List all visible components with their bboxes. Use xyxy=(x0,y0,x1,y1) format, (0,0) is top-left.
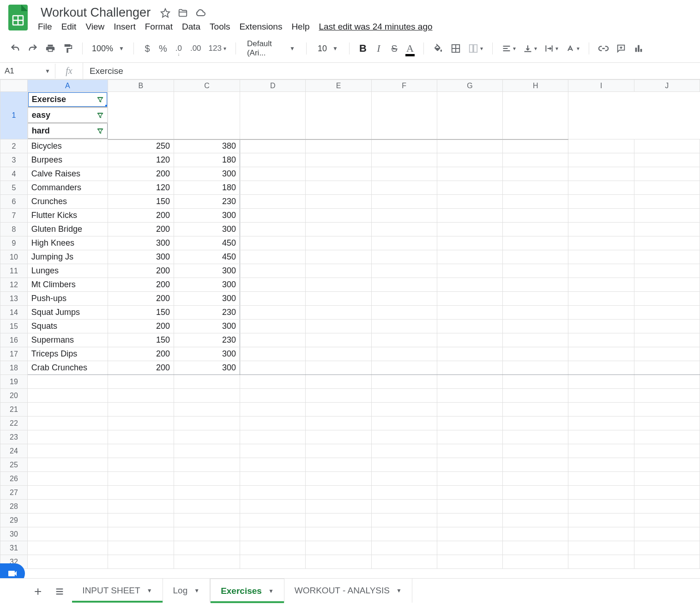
cell-J23[interactable] xyxy=(634,430,700,444)
cell-A13[interactable]: Push-ups xyxy=(27,292,108,306)
cell-B2[interactable]: 250 xyxy=(108,139,174,153)
cell-J24[interactable] xyxy=(634,444,700,458)
text-color-button[interactable]: A xyxy=(404,41,416,56)
cell-J8[interactable] xyxy=(634,223,700,236)
cell-D13[interactable] xyxy=(240,292,306,306)
cell-E8[interactable] xyxy=(306,223,371,236)
fill-color-icon[interactable] xyxy=(431,41,445,56)
cell-I7[interactable] xyxy=(568,209,634,223)
cell-F10[interactable] xyxy=(371,250,437,264)
column-header-G[interactable]: G xyxy=(437,80,502,92)
cell-H23[interactable] xyxy=(503,430,568,444)
cell-D22[interactable] xyxy=(240,417,306,430)
cell-I17[interactable] xyxy=(568,347,634,361)
column-header-A[interactable]: A xyxy=(27,80,108,92)
filter-icon[interactable] xyxy=(96,96,104,104)
cell-G12[interactable] xyxy=(437,278,502,292)
cell-G20[interactable] xyxy=(437,389,502,403)
cell-F9[interactable] xyxy=(371,236,437,250)
cell-G2[interactable] xyxy=(437,139,502,153)
cell-H19[interactable] xyxy=(503,375,568,389)
cell-D5[interactable] xyxy=(240,181,306,195)
cell-H25[interactable] xyxy=(503,458,568,472)
cell-I27[interactable] xyxy=(568,486,634,500)
cell-H12[interactable] xyxy=(503,278,568,292)
strikethrough-button[interactable]: S xyxy=(388,41,400,56)
cell-G11[interactable] xyxy=(437,264,502,278)
filter-icon[interactable] xyxy=(96,111,104,120)
cell-G13[interactable] xyxy=(437,292,502,306)
cell-A7[interactable]: Flutter Kicks xyxy=(27,209,108,223)
cell-I18[interactable] xyxy=(568,361,634,375)
cell-B21[interactable] xyxy=(108,403,174,417)
cell-H15[interactable] xyxy=(503,320,568,333)
cell-E23[interactable] xyxy=(306,430,371,444)
cell-E1[interactable] xyxy=(174,92,240,139)
cell-I20[interactable] xyxy=(568,389,634,403)
cell-H17[interactable] xyxy=(503,347,568,361)
cell-F3[interactable] xyxy=(371,153,437,167)
undo-icon[interactable] xyxy=(8,41,22,56)
cell-G25[interactable] xyxy=(437,458,502,472)
cell-H32[interactable] xyxy=(503,555,568,569)
cell-F2[interactable] xyxy=(371,139,437,153)
cell-J9[interactable] xyxy=(634,236,700,250)
cell-J11[interactable] xyxy=(634,264,700,278)
cell-E9[interactable] xyxy=(306,236,371,250)
row-header-11[interactable]: 11 xyxy=(0,264,28,278)
cell-C12[interactable]: 300 xyxy=(174,278,240,292)
cell-C15[interactable]: 300 xyxy=(174,320,240,333)
cell-C5[interactable]: 180 xyxy=(174,181,240,195)
cell-J32[interactable] xyxy=(634,555,700,569)
cell-G22[interactable] xyxy=(437,417,502,430)
row-header-13[interactable]: 13 xyxy=(0,292,28,306)
cell-E20[interactable] xyxy=(306,389,371,403)
row-header-12[interactable]: 12 xyxy=(0,278,28,292)
cell-C6[interactable]: 230 xyxy=(174,195,240,209)
cell-J29[interactable] xyxy=(634,513,700,527)
cell-A10[interactable]: Jumping Js xyxy=(27,250,108,264)
cell-D12[interactable] xyxy=(240,278,306,292)
cell-I24[interactable] xyxy=(568,444,634,458)
cell-I6[interactable] xyxy=(568,195,634,209)
cell-I19[interactable] xyxy=(568,375,634,389)
row-header-25[interactable]: 25 xyxy=(0,458,28,472)
cell-E22[interactable] xyxy=(306,417,371,430)
cell-I9[interactable] xyxy=(568,236,634,250)
cell-G26[interactable] xyxy=(437,472,502,486)
cell-E4[interactable] xyxy=(306,167,371,181)
cell-F28[interactable] xyxy=(371,500,437,513)
cell-B13[interactable]: 200 xyxy=(108,292,174,306)
horizontal-align-dropdown[interactable]: ▾ xyxy=(500,41,518,56)
cell-I25[interactable] xyxy=(568,458,634,472)
cell-A29[interactable] xyxy=(27,513,108,527)
cell-B31[interactable] xyxy=(108,541,174,555)
decrease-decimal-button[interactable]: .0↓ xyxy=(173,41,185,56)
menu-extensions[interactable]: Extensions xyxy=(239,22,282,32)
column-header-B[interactable]: B xyxy=(108,80,174,92)
cell-I4[interactable] xyxy=(568,167,634,181)
name-box[interactable]: A1▼ xyxy=(0,64,55,79)
cell-A27[interactable] xyxy=(27,486,108,500)
cell-G14[interactable] xyxy=(437,306,502,320)
cell-F19[interactable] xyxy=(371,375,437,389)
cell-G10[interactable] xyxy=(437,250,502,264)
cell-D25[interactable] xyxy=(240,458,306,472)
cell-G19[interactable] xyxy=(437,375,502,389)
cell-G30[interactable] xyxy=(437,527,502,541)
cell-G32[interactable] xyxy=(437,555,502,569)
cell-I16[interactable] xyxy=(568,333,634,347)
cell-B4[interactable]: 200 xyxy=(108,167,174,181)
cell-G8[interactable] xyxy=(437,223,502,236)
cell-H27[interactable] xyxy=(503,486,568,500)
cell-G3[interactable] xyxy=(437,153,502,167)
cell-E26[interactable] xyxy=(306,472,371,486)
cell-F24[interactable] xyxy=(371,444,437,458)
cell-C31[interactable] xyxy=(174,541,240,555)
cell-I11[interactable] xyxy=(568,264,634,278)
cell-C28[interactable] xyxy=(174,500,240,513)
cell-G7[interactable] xyxy=(437,209,502,223)
cell-F20[interactable] xyxy=(371,389,437,403)
cell-E18[interactable] xyxy=(306,361,371,375)
cell-D4[interactable] xyxy=(240,167,306,181)
